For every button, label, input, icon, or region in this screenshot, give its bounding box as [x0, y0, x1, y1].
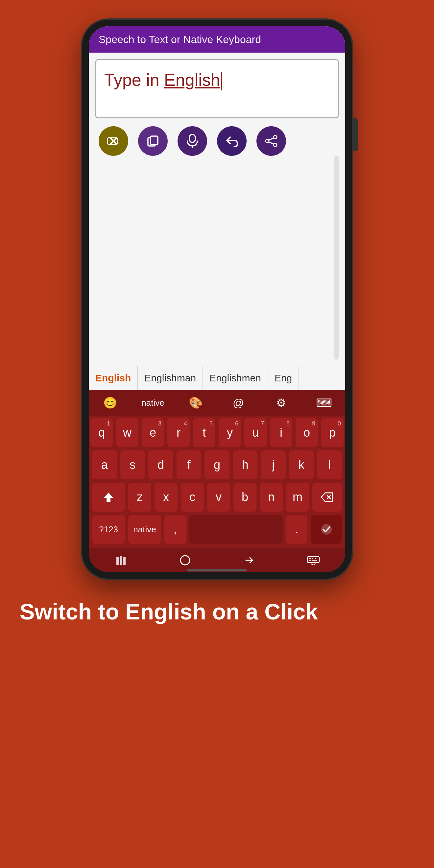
key-check[interactable]	[311, 515, 342, 544]
palette-key[interactable]: 🎨	[174, 390, 217, 415]
suggestion-bar: English Englishman Englishmen Eng	[89, 366, 345, 390]
key-z[interactable]: z	[128, 483, 151, 512]
key-a[interactable]: a	[92, 451, 117, 479]
svg-point-6	[266, 140, 269, 143]
key-d[interactable]: d	[148, 451, 173, 479]
text-input-box[interactable]: Type in English	[95, 59, 339, 118]
key-m[interactable]: m	[286, 483, 309, 512]
key-p[interactable]: 0p	[321, 418, 344, 447]
bottom-headline: Switch to English on a Click	[0, 579, 434, 625]
scroll-area	[95, 156, 339, 360]
key-q[interactable]: 1q	[90, 418, 113, 447]
title-bar: Speech to Text or Native Keyboard	[89, 26, 345, 53]
copy-button[interactable]	[138, 126, 168, 156]
key-r[interactable]: 4r	[167, 418, 190, 447]
emoji-key[interactable]: 😊	[89, 390, 131, 415]
keyboard-top-row: 😊 native 🎨 @ ⚙ ⌨	[89, 390, 345, 415]
undo-button[interactable]	[217, 126, 247, 156]
suggestion-english[interactable]: English	[89, 366, 138, 390]
delete-button[interactable]	[99, 126, 128, 156]
svg-point-7	[274, 143, 277, 147]
key-b[interactable]: b	[234, 483, 256, 512]
svg-line-8	[269, 138, 274, 140]
phone-screen: Speech to Text or Native Keyboard Type i…	[89, 26, 345, 572]
kb-row-2: a s d f g h j k l	[92, 451, 342, 479]
key-space[interactable]	[189, 515, 283, 544]
key-i[interactable]: 8i	[270, 418, 292, 447]
key-k[interactable]: k	[289, 451, 314, 479]
key-h[interactable]: h	[233, 451, 258, 479]
mic-button[interactable]	[178, 126, 207, 156]
text-cursor	[221, 72, 222, 90]
svg-point-5	[274, 135, 277, 139]
settings-key[interactable]: ⚙	[260, 390, 303, 415]
keyboard-hide-nav[interactable]	[281, 555, 345, 565]
key-f[interactable]: f	[177, 451, 202, 479]
key-numbers[interactable]: ?123	[92, 515, 125, 544]
power-button	[353, 118, 358, 151]
keyboard-key[interactable]: ⌨	[303, 390, 345, 415]
key-backspace[interactable]	[312, 483, 342, 512]
kb-row-3: z x c v b n m	[92, 483, 342, 512]
key-l[interactable]: l	[317, 451, 342, 479]
key-w[interactable]: w	[116, 418, 138, 447]
svg-rect-13	[120, 556, 122, 565]
kb-row-4: ?123 native , .	[92, 515, 342, 544]
suggestion-eng[interactable]: Eng	[268, 366, 299, 390]
key-shift[interactable]	[92, 483, 125, 512]
input-word: English	[164, 70, 220, 89]
key-j[interactable]: j	[261, 451, 286, 479]
phone-shell: Speech to Text or Native Keyboard Type i…	[82, 20, 352, 579]
back-nav[interactable]	[217, 554, 281, 566]
share-button[interactable]	[256, 126, 286, 156]
key-t[interactable]: 5t	[193, 418, 215, 447]
key-s[interactable]: s	[120, 451, 145, 479]
key-period[interactable]: .	[286, 515, 307, 544]
key-y[interactable]: 6y	[219, 418, 241, 447]
key-n[interactable]: n	[260, 483, 283, 512]
key-g[interactable]: g	[205, 451, 229, 479]
scroll-track	[334, 156, 339, 360]
svg-rect-12	[116, 557, 119, 565]
key-o[interactable]: 9o	[296, 418, 318, 447]
svg-rect-16	[307, 557, 319, 563]
keyboard-rows: 1q w 3e 4r 5t 6y 7u 8i 9o 0p a s d f	[89, 415, 345, 549]
svg-rect-14	[123, 557, 126, 565]
kb-row-1: 1q w 3e 4r 5t 6y 7u 8i 9o 0p	[92, 418, 342, 447]
at-key[interactable]: @	[217, 390, 260, 415]
key-x[interactable]: x	[155, 483, 178, 512]
keyboard-area: 😊 native 🎨 @ ⚙ ⌨ 1q w 3e 4r 5t 6y 7u	[89, 390, 345, 572]
input-placeholder: Type in English	[104, 70, 222, 90]
svg-rect-2	[151, 136, 158, 145]
key-u[interactable]: 7u	[244, 418, 267, 447]
title-bar-text: Speech to Text or Native Keyboard	[99, 34, 261, 46]
svg-rect-3	[189, 134, 195, 143]
key-e[interactable]: 3e	[142, 418, 164, 447]
key-v[interactable]: v	[207, 483, 230, 512]
action-buttons-row	[95, 126, 339, 156]
svg-rect-10	[106, 500, 111, 502]
key-comma[interactable]: ,	[164, 515, 186, 544]
native-key[interactable]: native	[131, 390, 174, 415]
recent-apps-nav[interactable]	[89, 554, 153, 566]
svg-point-15	[181, 556, 190, 565]
home-indicator	[187, 569, 247, 571]
svg-line-9	[269, 142, 274, 144]
key-c[interactable]: c	[181, 483, 204, 512]
suggestion-englishman[interactable]: Englishman	[138, 366, 203, 390]
home-nav[interactable]	[153, 554, 217, 566]
key-native[interactable]: native	[128, 515, 161, 544]
content-area: Type in English	[89, 53, 345, 366]
suggestion-englishmen[interactable]: Englishmen	[203, 366, 268, 390]
